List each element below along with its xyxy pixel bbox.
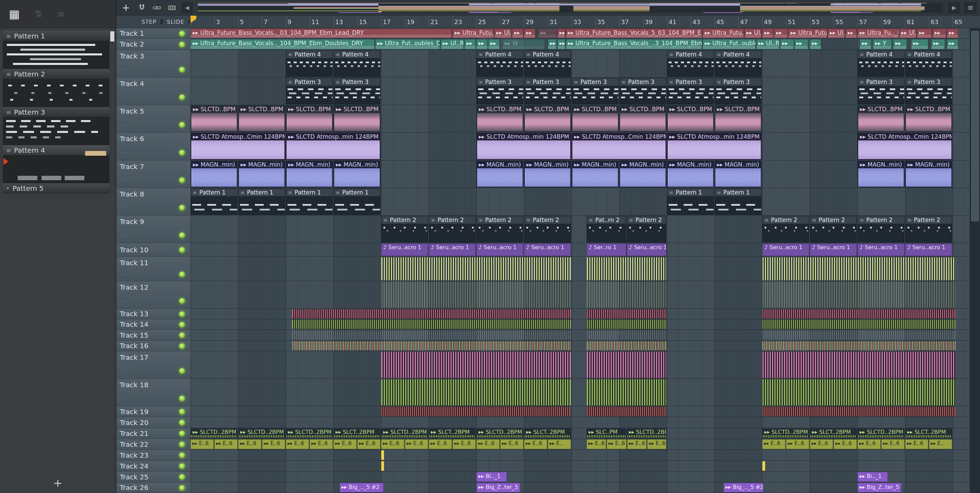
track-row[interactable]: Track 10 [116, 243, 191, 257]
track-lane[interactable] [191, 379, 970, 406]
step-label[interactable]: STEP [142, 19, 156, 25]
clip[interactable]: ▸▸ SLCTD..2BPM [476, 428, 523, 438]
track-lane[interactable]: ▸▸ Ultra_Future_Bass_Vocals.._03_104_BPM… [191, 28, 970, 39]
clip[interactable]: ≡Pattern 1 [667, 189, 714, 215]
clip[interactable]: ▸▸ SLCTD Atmosp..Cmin 124BPM [572, 133, 666, 160]
picker-scrollbar-thumb[interactable] [110, 31, 115, 41]
clip[interactable] [292, 330, 571, 340]
track-lane[interactable] [191, 281, 970, 309]
clip[interactable]: ▸▸ Ultra_Future_Bass_Vocals_5_03_104_BPM… [566, 29, 702, 38]
clip[interactable]: ♪ Seru..acro 1 [762, 243, 809, 256]
track-row[interactable]: Track 9···· [116, 216, 191, 243]
clip[interactable] [381, 450, 384, 460]
pattern-item[interactable]: •Pattern 5 [3, 183, 110, 193]
track-lane[interactable]: ▸▸ E..6▸▸ E..6▸▸ E..6▸▸ E..6▸▸ E..6▸▸ E.… [191, 439, 970, 450]
clip[interactable]: ▸▸ SLCTD..2BPM [238, 428, 285, 438]
clip[interactable]: ▸▸ E..6 [810, 439, 833, 449]
clip[interactable] [381, 352, 571, 378]
track-lane[interactable]: ▸▸ SLCTD..BPM▸▸ SLCTD..BPM▸▸ SLCTD..BPM▸… [191, 105, 970, 133]
clip[interactable]: ♪ Seru..acro 1 [627, 243, 666, 256]
clip[interactable]: ▸▸ [917, 29, 932, 38]
clip[interactable] [587, 282, 666, 308]
clip[interactable]: ▸▸ MAGN..min) [524, 161, 571, 187]
clip[interactable]: ▸▸ E..6 [647, 439, 666, 449]
clip[interactable]: ♪ Seru..acro 1 [429, 243, 476, 256]
clip[interactable]: ▸▸ [524, 29, 535, 38]
clip[interactable]: ▸▸ SLCTD..BPM [524, 105, 571, 132]
clip[interactable]: ▸▸ [488, 39, 500, 49]
clip[interactable]: ▸▸ Ul..RY [745, 29, 762, 38]
slide-label[interactable]: SLIDE [167, 19, 184, 25]
clip[interactable]: ▸▸ [548, 39, 557, 49]
clip[interactable]: ▸▸ MAGN..min) [476, 161, 523, 187]
clip[interactable]: ≡Pattern 2 [858, 216, 904, 243]
clip[interactable]: ▸▸ [911, 39, 929, 49]
pattern-item[interactable]: ≡Pattern 1 [3, 31, 110, 69]
clip[interactable] [587, 407, 666, 417]
track-row[interactable]: Track 13 [116, 309, 191, 319]
clip[interactable]: ▸▸ E..6 [191, 439, 214, 449]
clip[interactable] [587, 309, 666, 319]
clip[interactable]: ▸▸ Ul..RY [441, 39, 464, 49]
new-arrangement-tab-button[interactable]: + [120, 2, 132, 13]
clip[interactable]: ▸▸ SLCTD..BPM [667, 105, 714, 132]
clip[interactable]: ▸▸ E..6 [334, 439, 356, 449]
clip[interactable]: ▸▸ MAGN..min) [334, 161, 380, 187]
clip[interactable]: ▸▸ SLCTD..BPM [858, 105, 904, 132]
clip[interactable]: ▸▸ MAGN..min) [238, 161, 285, 187]
clip[interactable]: ≡Pattern 3 [667, 78, 714, 105]
clip[interactable]: ≡Pattern 4 [667, 50, 714, 77]
clip[interactable]: ▸▸ MAGN..min) [858, 161, 904, 187]
clip[interactable] [587, 320, 666, 329]
picker-grid-icon[interactable]: ▦ [9, 8, 20, 20]
track-led[interactable] [179, 420, 185, 426]
clip[interactable]: ▸▸ [810, 39, 821, 49]
clip[interactable]: ▸▸ Ultra_Fu.._DRY [858, 29, 899, 38]
clip[interactable]: ▸▸ Bi.._1 [858, 472, 888, 482]
track-led[interactable] [179, 311, 185, 317]
clip[interactable]: ▸▸ SLC..PM [587, 428, 626, 438]
clip[interactable]: ≡Pattern 4 [905, 50, 952, 77]
track-led[interactable] [179, 204, 185, 211]
clip[interactable]: ▸▸ Ul..RY [756, 39, 780, 49]
clip[interactable]: ▸▸ [780, 39, 794, 49]
clip[interactable]: ▸▸ [931, 39, 945, 49]
clip[interactable]: ≡Pattern 2 [381, 216, 428, 243]
clip[interactable] [762, 257, 956, 281]
clip[interactable]: ≡Pattern 4 [476, 50, 523, 77]
track-led[interactable] [179, 31, 185, 37]
clip[interactable]: ▸▸ SLCTD Atmosp..min 124BPM [476, 133, 571, 160]
clip[interactable] [292, 341, 571, 350]
track-led[interactable] [179, 94, 185, 100]
clip[interactable]: ▸▸ E..6 [762, 439, 785, 449]
clip[interactable]: ▸▸ Ultra_Fut..oubles_DRY [703, 39, 756, 49]
clip[interactable] [381, 407, 571, 417]
track-row[interactable]: Track 25 [116, 472, 191, 482]
playhead-marker[interactable] [191, 16, 196, 23]
slide-toggle[interactable] [189, 20, 190, 24]
clip[interactable]: ≡Pattern 3 [619, 78, 666, 105]
pattern-item[interactable]: ≡Pattern 3 [3, 107, 110, 145]
timeline-grid[interactable]: ▸▸ Ultra_Future_Bass_Vocals.._03_104_BPM… [191, 28, 970, 493]
track-led[interactable] [179, 430, 185, 437]
track-led[interactable] [179, 409, 185, 415]
clip[interactable]: ▸▸ [538, 29, 557, 38]
clip[interactable]: ▸▸ E..6 [453, 439, 476, 449]
clip[interactable]: ▸▸ [947, 29, 958, 38]
track-row[interactable]: Track 14 [116, 319, 191, 330]
track-lane[interactable]: ▸▸ Ultra_Future_Bass_Vocals.._104_BPM_Eb… [191, 39, 970, 50]
clip[interactable]: ▸▸ Ul..RY [828, 29, 845, 38]
clip[interactable] [762, 320, 956, 329]
clip[interactable]: ≡Pattern 3 [858, 78, 904, 105]
clip[interactable] [587, 379, 666, 406]
clip[interactable]: ♪ Ser..ro 1 [587, 243, 626, 256]
clip[interactable]: ▸▸ E..6 [286, 439, 309, 449]
clip[interactable]: ▸▸ [512, 29, 523, 38]
track-row[interactable]: Track 24 [116, 461, 191, 472]
track-lane[interactable] [191, 309, 970, 319]
track-lane[interactable] [191, 341, 970, 351]
clip[interactable]: ▸▸ E..6 [524, 439, 547, 449]
pattern-item[interactable]: ≡Pattern 2 [3, 69, 110, 107]
clip[interactable]: ▸▸ SLCTD Atmosp..min 124BPM [667, 133, 762, 160]
clip[interactable] [762, 461, 765, 471]
